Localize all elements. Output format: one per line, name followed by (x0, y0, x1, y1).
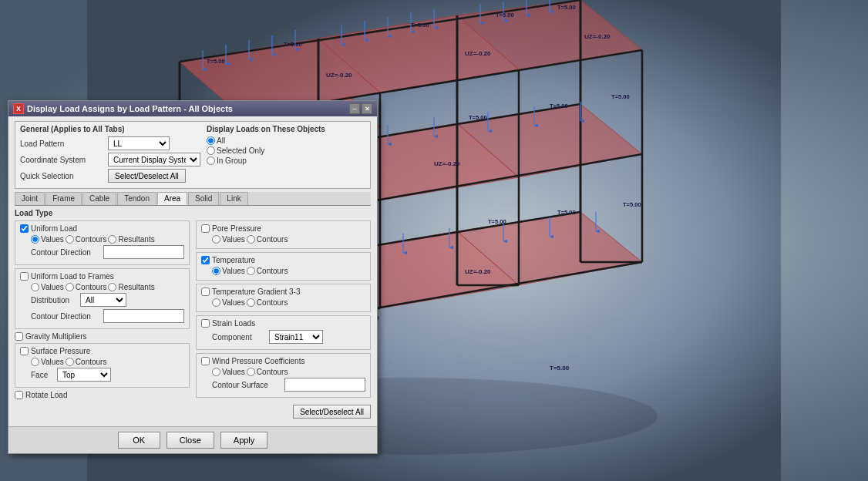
wind-pressure-checkbox[interactable] (201, 357, 210, 365)
gravity-label: Gravity Multipliers (25, 332, 86, 341)
svg-text:T=5.00: T=5.00 (550, 103, 568, 109)
load-options-cols: Uniform Load Values Contours Resultants … (15, 220, 371, 402)
uniform-resultants-radio[interactable] (108, 235, 116, 244)
temp-contours-radio[interactable] (247, 267, 255, 275)
general-col-left: General (Applies to All Tabs) Load Patte… (20, 125, 200, 185)
svg-text:UZ=-0.20: UZ=-0.20 (434, 160, 460, 167)
wind-values-radio[interactable] (212, 368, 220, 376)
radio-selected-label: Selected Only (217, 146, 264, 155)
component-label: Component (212, 333, 266, 341)
surface-values-radio[interactable] (31, 358, 39, 366)
frames-contour-dir-input[interactable] (103, 309, 184, 323)
distribution-select[interactable]: All (80, 293, 126, 307)
minimize-btn[interactable]: ─ (349, 103, 360, 114)
close-btn-title[interactable]: ✕ (362, 103, 372, 114)
surface-pressure-checkbox[interactable] (20, 347, 29, 355)
ok-button[interactable]: OK (118, 432, 160, 449)
svg-text:T=5.00: T=5.00 (207, 58, 225, 65)
face-select[interactable]: Top (57, 368, 111, 382)
app-icon: X (13, 103, 24, 114)
svg-text:UZ=-0.20: UZ=-0.20 (465, 50, 491, 57)
temp-gradient-section: Temperature Gradient 3-3 Values Contours (196, 284, 371, 312)
tab-tendon[interactable]: Tendon (117, 192, 156, 205)
dialog: X Display Load Assigns by Load Pattern -… (8, 100, 378, 454)
select-deselect-all-bottom-btn[interactable]: Select/Deselect All (293, 405, 371, 419)
radio-all[interactable] (207, 136, 215, 145)
dialog-title: Display Load Assigns by Load Pattern - A… (27, 104, 233, 113)
pore-pressure-checkbox[interactable] (201, 224, 210, 233)
uniform-values-radio[interactable] (31, 235, 39, 244)
svg-text:UZ=-0.20: UZ=-0.20 (326, 72, 352, 79)
tab-frame[interactable]: Frame (45, 192, 82, 205)
load-col-right: Pore Pressure Values Contours Temperatur… (196, 220, 371, 402)
radio-in-group[interactable] (207, 156, 215, 165)
wind-display-group: Values Contours (212, 368, 365, 376)
wind-contours-label: Contours (257, 368, 288, 376)
strain-label: Strain Loads (212, 319, 255, 328)
rotate-load-checkbox[interactable] (15, 391, 23, 399)
svg-text:T=5.00: T=5.00 (469, 114, 487, 121)
radio-in-group-label: In Group (217, 156, 247, 165)
svg-text:T=5.00: T=5.00 (496, 12, 514, 18)
surface-pressure-section: Surface Pressure Values Contours Face To… (15, 343, 190, 388)
tg-contours-radio[interactable] (247, 298, 255, 307)
surface-values-label: Values (41, 358, 64, 366)
wind-pressure-label: Wind Pressure Coefficients (212, 357, 304, 365)
uniform-contours-radio[interactable] (66, 235, 74, 244)
close-button[interactable]: Close (167, 432, 214, 449)
load-type-label: Load Type (15, 209, 371, 217)
tg-values-radio[interactable] (212, 298, 220, 307)
select-all-row: Select/Deselect All (15, 402, 371, 422)
coord-system-label: Coordinate System (20, 156, 105, 164)
uniform-resultants-label: Resultants (118, 235, 154, 244)
distribution-label: Distribution (31, 296, 77, 304)
frames-values-radio[interactable] (31, 283, 39, 291)
apply-button[interactable]: Apply (220, 432, 268, 449)
strain-section: Strain Loads Component Strain11 (196, 315, 371, 350)
load-pattern-label: Load Pattern (20, 140, 105, 148)
pore-contours-radio[interactable] (247, 235, 255, 244)
contour-dir-input[interactable] (103, 245, 184, 259)
component-select[interactable]: Strain11 (269, 330, 323, 344)
temp-values-label: Values (222, 267, 245, 275)
uniform-values-label: Values (41, 235, 64, 244)
uniform-load-section: Uniform Load Values Contours Resultants … (15, 220, 190, 265)
gravity-row: Gravity Multipliers (15, 332, 190, 341)
uniform-frames-checkbox[interactable] (20, 272, 29, 281)
coord-system-select[interactable]: Current Display System (108, 153, 200, 166)
rotate-load-label: Rotate Load (25, 391, 68, 399)
pore-display-group: Values Contours (212, 235, 365, 244)
contour-surface-input[interactable] (284, 378, 365, 392)
uniform-load-checkbox[interactable] (20, 224, 29, 233)
load-pattern-select[interactable]: LL (108, 136, 170, 150)
strain-checkbox[interactable] (201, 319, 210, 328)
uniform-frames-section: Uniform Load to Frames Values Contours R… (15, 268, 190, 329)
temp-values-radio[interactable] (212, 267, 220, 275)
tab-cable[interactable]: Cable (82, 192, 116, 205)
surface-contours-radio[interactable] (66, 358, 74, 366)
frames-resultants-radio[interactable] (108, 283, 116, 291)
pore-pressure-label: Pore Pressure (212, 224, 261, 233)
temp-gradient-checkbox[interactable] (201, 288, 210, 296)
uniform-values-group: Values Contours Resultants (31, 235, 184, 244)
select-deselect-all-top-btn[interactable]: Select/Deselect All (108, 169, 186, 183)
frames-contours-radio[interactable] (66, 283, 74, 291)
tab-link[interactable]: Link (220, 192, 247, 205)
tab-joint[interactable]: Joint (15, 192, 45, 205)
temperature-checkbox[interactable] (201, 256, 210, 264)
pore-contours-label: Contours (257, 235, 288, 244)
svg-text:UZ=-0.20: UZ=-0.20 (465, 268, 491, 275)
load-col-left: Uniform Load Values Contours Resultants … (15, 220, 190, 402)
svg-text:T=5.00: T=5.00 (611, 93, 630, 100)
face-label: Face (31, 371, 54, 379)
strain-row: Strain Loads (201, 319, 365, 328)
wind-contours-radio[interactable] (247, 368, 255, 376)
svg-text:T=5.00: T=5.00 (550, 365, 570, 372)
tab-area[interactable]: Area (157, 192, 187, 205)
tab-solid[interactable]: Solid (188, 192, 219, 205)
pore-values-radio[interactable] (212, 235, 220, 244)
temp-contours-label: Contours (257, 267, 288, 275)
uniform-frames-label: Uniform Load to Frames (31, 272, 114, 281)
radio-selected-only[interactable] (207, 146, 215, 155)
gravity-checkbox[interactable] (15, 332, 23, 341)
